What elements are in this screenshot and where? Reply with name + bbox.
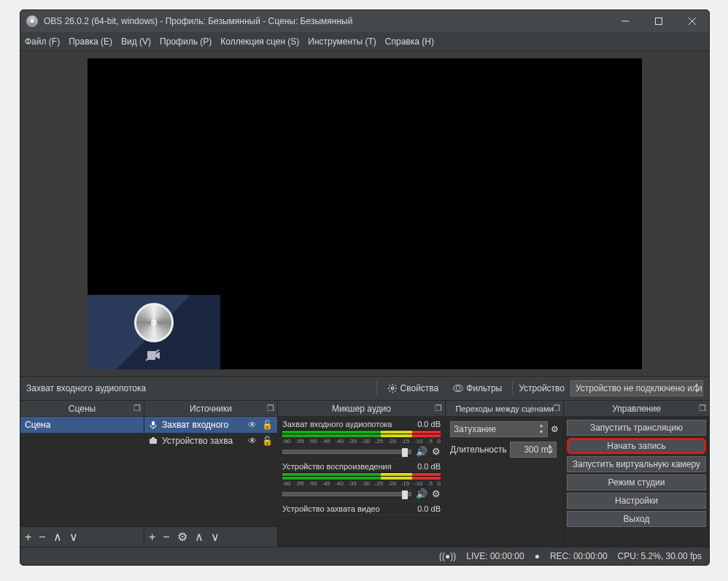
- scenes-header: Сцены❐: [20, 401, 144, 417]
- menubar: Файл (F) Правка (E) Вид (V) Профиль (P) …: [20, 32, 709, 51]
- record-icon: ●: [535, 551, 540, 561]
- gear-icon[interactable]: ⚙: [551, 424, 559, 434]
- transitions-dock: Переходы между сценами❐ Затухание▲▼ ⚙ Дл…: [446, 401, 564, 547]
- menu-tools[interactable]: Инструменты (T): [308, 36, 376, 47]
- scenes-list[interactable]: Сцена: [20, 417, 144, 526]
- popout-icon[interactable]: ❐: [133, 404, 141, 413]
- gear-icon[interactable]: ⚙: [432, 446, 441, 457]
- duration-label: Длительность: [450, 445, 507, 455]
- lock-icon[interactable]: 🔓: [261, 436, 273, 446]
- start-streaming-button[interactable]: Запустить трансляцию: [567, 420, 706, 436]
- audio-meter: [282, 472, 441, 480]
- scenes-dock: Сцены❐ Сцена + − ∧ ∨: [20, 401, 144, 547]
- scene-row[interactable]: Сцена: [20, 417, 144, 433]
- titlebar: OBS 26.0.2 (64-bit, windows) - Профиль: …: [20, 10, 709, 32]
- svg-rect-1: [656, 18, 662, 25]
- duration-spinbox[interactable]: 300 ms▲▼: [510, 442, 557, 458]
- preview-canvas[interactable]: [88, 58, 642, 369]
- mixer-dock: Микшер аудио❐ Захват входного аудиопоток…: [278, 401, 446, 547]
- status-cpu: CPU: 5.2%, 30.00 fps: [618, 551, 702, 561]
- remove-scene-button[interactable]: −: [39, 531, 45, 543]
- sources-list[interactable]: Захват входного 👁 🔓 Устройство захва 👁 🔓: [144, 417, 277, 526]
- lock-icon[interactable]: 🔓: [261, 420, 273, 430]
- spinner-icon: ▲▼: [692, 382, 701, 395]
- no-camera-icon: [146, 350, 162, 361]
- preview-area: [20, 51, 709, 376]
- popout-icon[interactable]: ❐: [699, 404, 706, 413]
- status-rec: REC: 00:00:00: [550, 551, 608, 561]
- studio-mode-button[interactable]: Режим студии: [567, 474, 706, 490]
- spinner-icon: ▲▼: [537, 423, 546, 436]
- mixer-header: Микшер аудио❐: [278, 401, 445, 417]
- broadcast-icon: ((●)): [439, 551, 456, 561]
- source-preview-thumb[interactable]: [88, 295, 220, 369]
- device-label: Устройство: [519, 383, 565, 393]
- gear-icon[interactable]: ⚙: [432, 488, 441, 499]
- controls-body: Запустить трансляцию Начать запись Запус…: [564, 417, 709, 547]
- exit-button[interactable]: Выход: [567, 511, 706, 527]
- controls-header: Управление❐: [564, 401, 709, 417]
- settings-button[interactable]: Настройки: [567, 493, 706, 509]
- popout-icon[interactable]: ❐: [435, 404, 442, 413]
- obs-icon: [26, 15, 38, 27]
- mic-icon: [149, 420, 159, 429]
- popout-icon[interactable]: ❐: [553, 404, 560, 413]
- close-button[interactable]: [675, 10, 709, 32]
- volume-slider[interactable]: [282, 492, 411, 496]
- sources-header: Источники❐: [144, 401, 277, 417]
- svg-rect-10: [152, 437, 155, 439]
- menu-view[interactable]: Вид (V): [121, 36, 151, 47]
- scene-up-button[interactable]: ∧: [53, 531, 62, 543]
- obs-logo-icon: [134, 303, 174, 342]
- menu-scene-collection[interactable]: Коллекция сцен (S): [220, 36, 299, 47]
- mixer-channel: Захват входного аудиопотока0.0 dB -60-55…: [278, 417, 445, 459]
- eye-icon[interactable]: 👁: [247, 436, 258, 446]
- camera-icon: [149, 436, 159, 445]
- spinner-icon: ▲▼: [546, 443, 554, 456]
- statusbar: ((●)) LIVE: 00:00:00 ● REC: 00:00:00 CPU…: [20, 547, 709, 565]
- popout-icon[interactable]: ❐: [267, 404, 274, 413]
- sources-toolbar: + − ⚙ ∧ ∨: [144, 526, 277, 547]
- volume-slider[interactable]: [282, 450, 411, 454]
- audio-meter: [282, 430, 441, 437]
- source-down-button[interactable]: ∨: [211, 531, 220, 543]
- start-virtual-camera-button[interactable]: Запустить виртуальную камеру: [567, 456, 706, 472]
- mixer-channel: Устройство захвата видео0.0 dB: [278, 501, 445, 515]
- source-context-toolbar: Захват входного аудиопотока Свойства Фил…: [20, 376, 709, 401]
- speaker-icon[interactable]: 🔊: [416, 488, 427, 499]
- scene-down-button[interactable]: ∨: [69, 531, 78, 543]
- transition-combo[interactable]: Затухание▲▼: [450, 421, 548, 437]
- source-row[interactable]: Захват входного 👁 🔓: [144, 417, 277, 433]
- source-up-button[interactable]: ∧: [195, 531, 204, 543]
- filters-button[interactable]: Фильтры: [449, 381, 506, 396]
- speaker-icon[interactable]: 🔊: [416, 446, 427, 457]
- controls-dock: Управление❐ Запустить трансляцию Начать …: [564, 401, 709, 547]
- source-row[interactable]: Устройство захва 👁 🔓: [144, 433, 277, 449]
- menu-file[interactable]: Файл (F): [25, 36, 60, 47]
- scenes-toolbar: + − ∧ ∨: [20, 526, 144, 547]
- maximize-button[interactable]: [642, 10, 675, 32]
- menu-profile[interactable]: Профиль (P): [160, 36, 212, 47]
- minimize-button[interactable]: [608, 10, 642, 32]
- properties-button[interactable]: Свойства: [383, 381, 444, 396]
- svg-rect-8: [152, 421, 155, 426]
- transitions-body: Затухание▲▼ ⚙ Длительность 300 ms▲▼: [446, 417, 563, 547]
- transitions-header: Переходы между сценами❐: [446, 401, 563, 417]
- menu-help[interactable]: Справка (H): [385, 36, 434, 47]
- app-window: OBS 26.0.2 (64-bit, windows) - Профиль: …: [20, 9, 710, 566]
- window-title: OBS 26.0.2 (64-bit, windows) - Профиль: …: [44, 16, 608, 26]
- docks: Сцены❐ Сцена + − ∧ ∨ Источники❐ Захват в…: [20, 401, 709, 547]
- add-scene-button[interactable]: +: [25, 531, 31, 543]
- svg-rect-9: [150, 439, 157, 444]
- add-source-button[interactable]: +: [149, 531, 155, 543]
- context-source-name: Захват входного аудиопотока: [26, 383, 371, 393]
- svg-point-5: [391, 387, 394, 390]
- source-properties-button[interactable]: ⚙: [177, 531, 187, 543]
- menu-edit[interactable]: Правка (E): [69, 36, 112, 47]
- sources-dock: Источники❐ Захват входного 👁 🔓 Устройств…: [144, 401, 278, 547]
- remove-source-button[interactable]: −: [163, 531, 169, 543]
- status-live: LIVE: 00:00:00: [466, 551, 524, 561]
- eye-icon[interactable]: 👁: [247, 420, 258, 430]
- device-combo[interactable]: Устройство не подключено или не ▲▼: [570, 380, 703, 396]
- start-recording-button[interactable]: Начать запись: [567, 438, 706, 454]
